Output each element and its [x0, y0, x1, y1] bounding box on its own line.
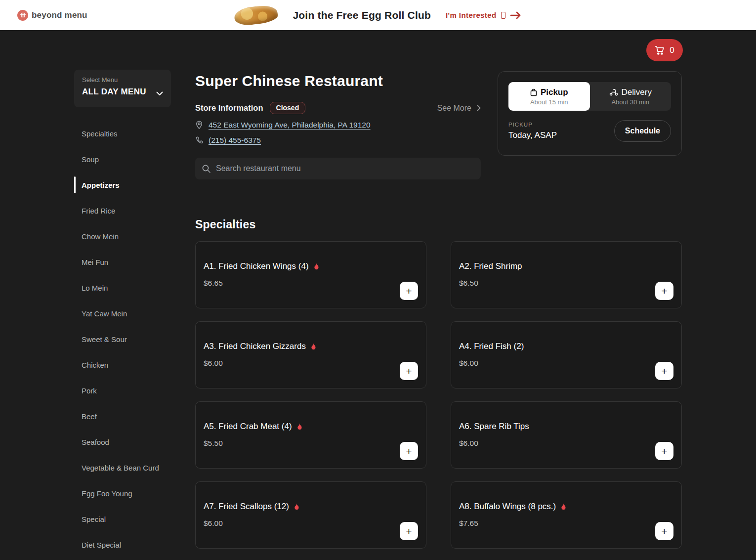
- add-to-cart-button[interactable]: +: [400, 282, 418, 300]
- add-to-cart-button[interactable]: +: [655, 442, 673, 460]
- spicy-flame-icon: [296, 423, 303, 431]
- sidebar-category-label: Chicken: [82, 361, 108, 369]
- sidebar-category-item[interactable]: Soup: [74, 146, 171, 172]
- menu-item-name: A6. Spare Rib Tips: [459, 422, 529, 431]
- menu-item-price: $6.00: [204, 519, 418, 528]
- closed-status-badge: Closed: [270, 102, 306, 114]
- sidebar-category-item[interactable]: Specialties: [74, 121, 171, 146]
- spicy-flame-icon: [293, 503, 300, 511]
- menu-item-card[interactable]: A4. Fried Fish (2) $6.00 +: [451, 321, 682, 388]
- schedule-button[interactable]: Schedule: [614, 120, 671, 142]
- location-pin-icon: [195, 121, 203, 129]
- menu-item-price: $5.50: [204, 439, 418, 448]
- menu-item-name: A3. Fried Chicken Gizzards: [204, 342, 306, 351]
- add-to-cart-button[interactable]: +: [655, 282, 673, 300]
- beyondmenu-logo-text: beyond menu: [32, 10, 87, 20]
- sidebar-category-label: Sweet & Sour: [82, 335, 127, 344]
- sidebar-category-item[interactable]: Special: [74, 506, 171, 532]
- sidebar-category-label: Diet Special: [82, 541, 121, 549]
- menu-select-dropdown[interactable]: Select Menu ALL DAY MENU: [74, 70, 171, 107]
- section-title: Specialties: [195, 218, 682, 231]
- delivery-eta: About 30 min: [611, 98, 649, 106]
- add-to-cart-button[interactable]: +: [400, 362, 418, 380]
- category-list: Specialties Soup Appetizers Fried Rice C…: [74, 121, 171, 560]
- add-to-cart-button[interactable]: +: [400, 442, 418, 460]
- pickup-label: Pickup: [541, 87, 568, 97]
- order-options-card: Pickup About 15 min Delivery About 30 mi…: [498, 71, 682, 156]
- menu-item-card[interactable]: A7. Fried Scallops (12) $6.00 +: [195, 481, 426, 549]
- menu-item-price: $6.00: [204, 359, 418, 368]
- see-more-link[interactable]: See More: [437, 104, 481, 113]
- sidebar-category-label: Vegetable & Bean Curd: [82, 464, 159, 472]
- delivery-tab[interactable]: Delivery About 30 min: [590, 82, 672, 111]
- menu-item-card[interactable]: A2. Fried Shrimp $6.50 +: [451, 241, 682, 308]
- sidebar-category-item[interactable]: Chicken: [74, 352, 171, 378]
- sidebar-category-item[interactable]: Diet Special: [74, 532, 171, 558]
- placeholder-glyph-icon: [501, 12, 505, 19]
- store-information-label: Store Information: [195, 103, 263, 113]
- add-to-cart-button[interactable]: +: [655, 362, 673, 380]
- beyondmenu-logo[interactable]: beyond menu: [17, 0, 87, 30]
- sidebar-category-label: Beef: [82, 412, 97, 421]
- chevron-right-icon: [477, 105, 481, 111]
- menu-item-price: $6.00: [459, 359, 673, 368]
- im-interested-link[interactable]: I'm Interested: [446, 11, 522, 19]
- menu-item-price: $6.65: [204, 279, 418, 288]
- add-to-cart-button[interactable]: +: [400, 522, 418, 540]
- sidebar-category-item[interactable]: Combination Platters: [74, 558, 171, 560]
- menu-item-card[interactable]: A1. Fried Chicken Wings (4) $6.65 +: [195, 241, 426, 308]
- sidebar-category-item[interactable]: Beef: [74, 403, 171, 429]
- sidebar-category-item[interactable]: Lo Mein: [74, 275, 171, 301]
- menu-item-card[interactable]: A5. Fried Crab Meat (4) $5.50 +: [195, 401, 426, 469]
- egg-roll-image: [234, 3, 279, 26]
- menu-select-label: Select Menu: [82, 76, 163, 84]
- sidebar-category-item[interactable]: Egg Foo Young: [74, 480, 171, 506]
- menu-item-grid: A1. Fried Chicken Wings (4) $6.65 + A2. …: [195, 241, 682, 549]
- sidebar-category-item[interactable]: Fried Rice: [74, 198, 171, 223]
- menu-item-name: A8. Buffalo Wings (8 pcs.): [459, 502, 556, 512]
- sidebar-category-item[interactable]: Seafood: [74, 429, 171, 455]
- menu-item-card[interactable]: A6. Spare Rib Tips $6.00 +: [451, 401, 682, 469]
- spicy-flame-icon: [560, 503, 567, 511]
- sidebar-category-item[interactable]: Vegetable & Bean Curd: [74, 455, 171, 480]
- cart-icon: [655, 45, 665, 55]
- address-link[interactable]: 452 East Wyoming Ave, Philadelphia, PA 1…: [209, 121, 371, 129]
- pickup-tab[interactable]: Pickup About 15 min: [508, 82, 590, 111]
- menu-item-price: $7.65: [459, 519, 673, 528]
- search-input[interactable]: [216, 164, 474, 173]
- sidebar-category-label: Yat Caw Mein: [82, 309, 127, 318]
- fulfillment-toggle: Pickup About 15 min Delivery About 30 mi…: [508, 82, 671, 111]
- menu-item-card[interactable]: A8. Buffalo Wings (8 pcs.) $7.65 +: [451, 481, 682, 549]
- sidebar-category-label: Mei Fun: [82, 258, 108, 266]
- specialties-section: Specialties A1. Fried Chicken Wings (4) …: [195, 218, 682, 549]
- sidebar-category-item[interactable]: Mei Fun: [74, 249, 171, 275]
- add-to-cart-button[interactable]: +: [655, 522, 673, 540]
- bag-icon: [530, 88, 537, 96]
- spicy-flame-icon: [313, 262, 320, 270]
- scooter-icon: [609, 88, 618, 96]
- sidebar-category-item[interactable]: Sweet & Sour: [74, 326, 171, 352]
- menu-search-bar: [195, 158, 481, 179]
- promo-banner: beyond menu Join the Free Egg Roll Club …: [0, 0, 756, 30]
- phone-link[interactable]: (215) 455-6375: [209, 136, 261, 145]
- sidebar-category-label: Chow Mein: [82, 232, 119, 241]
- sidebar-category-item[interactable]: Yat Caw Mein: [74, 301, 171, 326]
- sidebar-category-item[interactable]: Appetizers: [74, 172, 171, 198]
- delivery-label: Delivery: [622, 87, 652, 97]
- menu-item-name: A2. Fried Shrimp: [459, 261, 522, 271]
- menu-item-name: A5. Fried Crab Meat (4): [204, 422, 292, 431]
- search-icon: [202, 164, 211, 173]
- cart-button[interactable]: 0: [646, 39, 683, 61]
- sidebar-category-item[interactable]: Pork: [74, 378, 171, 403]
- promo-title: Join the Free Egg Roll Club: [293, 9, 431, 21]
- menu-item-price: $6.00: [459, 439, 673, 448]
- menu-item-price: $6.50: [459, 279, 673, 288]
- menu-item-card[interactable]: A3. Fried Chicken Gizzards $6.00 +: [195, 321, 426, 388]
- category-sidebar: Select Menu ALL DAY MENU Specialties Sou…: [74, 70, 171, 560]
- sidebar-category-label: Seafood: [82, 438, 109, 446]
- menu-item-name: A1. Fried Chicken Wings (4): [204, 261, 309, 271]
- sidebar-category-item[interactable]: Chow Mein: [74, 223, 171, 249]
- pickup-eta: About 15 min: [530, 98, 568, 106]
- menu-item-name: A7. Fried Scallops (12): [204, 502, 289, 512]
- sidebar-category-label: Lo Mein: [82, 284, 108, 292]
